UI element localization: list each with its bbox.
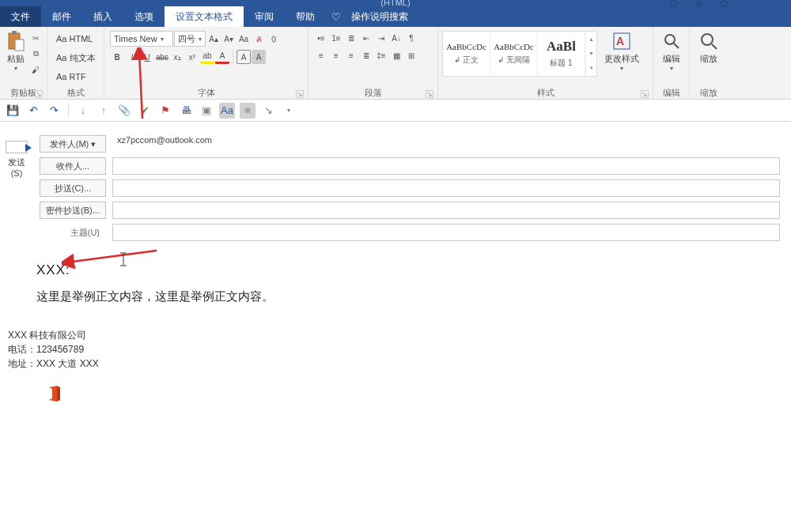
list-icon[interactable]: ≡ [240,103,255,119]
print-icon[interactable]: 🖶 [178,103,194,119]
cc-button[interactable]: 抄送(C)... [40,179,106,197]
quick-access-toolbar: 💾 ↶ ↷ ↓ ↑ 📎 ✔ ⚑ 🖶 ▣ Aa ≡ ↘ ▾ [0,100,791,122]
styles-more-button[interactable]: ▲▼▾ [585,32,596,76]
check-icon[interactable]: ✔ [137,103,153,119]
format-html[interactable]: Aa HTML [53,31,99,47]
increase-indent-button[interactable]: ⇥ [374,31,388,45]
group-title-paragraph: 段落↘ [312,87,433,98]
grow-font-button[interactable]: A▴ [206,32,221,46]
phonetic-button[interactable]: ⦅⦆ [267,32,281,46]
format-painter-button[interactable]: 🖌 [28,62,43,77]
superscript-button[interactable]: x² [185,50,199,64]
from-button[interactable]: 发件人(M) ▾ [40,135,106,153]
subscript-button[interactable]: x₂ [170,50,184,64]
char-border-button[interactable]: A [237,50,251,64]
from-value: xz7pccom@outlook.com [112,135,780,153]
edit-button[interactable]: 编辑 ▾ [657,29,685,72]
show-marks-button[interactable]: ¶ [404,31,418,45]
case-icon[interactable]: Aa [219,103,235,119]
line-spacing-button[interactable]: ‡≡ [374,48,388,62]
change-case-button[interactable]: Aa [237,32,251,46]
cut-button[interactable]: ✂ [28,31,43,45]
subject-input[interactable] [112,224,780,241]
italic-button[interactable]: I [125,50,139,64]
brush-icon[interactable]: ↘ [260,103,276,119]
image-icon[interactable]: ▣ [199,103,214,119]
style-heading1[interactable]: AaBl标题 1 [538,32,585,76]
style-nospacing[interactable]: AaBbCcDc↲ 无间隔 [490,32,538,76]
tell-me-search[interactable]: 操作说明搜索 [343,6,416,27]
shrink-font-button[interactable]: A▾ [221,32,236,46]
ribbon: 粘贴 ▾ ✂ ⧉ 🖌 剪贴板↘ Aa HTML Aa 纯文本 Aa RTF 格式… [0,27,791,100]
signature-block[interactable]: XXX 科技有限公司 电话：123456789 地址：XXX 大道 XXX [0,312,791,371]
format-rtf[interactable]: Aa RTF [53,69,99,85]
tab-help[interactable]: 帮助 [285,6,326,27]
sig-address: 地址：XXX 大道 XXX [8,357,783,371]
tab-insert[interactable]: 插入 [82,6,123,27]
font-size-select[interactable]: 四号▾ [174,31,206,47]
shading-button[interactable]: ▦ [389,48,403,62]
multilevel-button[interactable]: ≣ [344,31,358,45]
office-logo-icon [46,385,791,402]
decrease-indent-button[interactable]: ⇤ [359,31,373,45]
align-left-button[interactable]: ≡ [314,48,328,62]
numbering-button[interactable]: 1≡ [329,31,343,45]
font-color-button[interactable]: A [215,50,229,64]
bcc-input[interactable] [112,202,780,219]
copy-button[interactable]: ⧉ [28,47,43,61]
title-bar: (HTML) ✿ ❀ ✿ [0,0,791,6]
dialog-launcher-icon[interactable]: ↘ [296,90,304,98]
qat-dropdown-icon[interactable]: ▾ [281,103,297,119]
previous-icon[interactable]: ↓ [75,103,91,119]
undo-icon[interactable]: ↶ [25,103,41,119]
to-input[interactable] [112,157,780,175]
body-paragraph[interactable]: 这里是举例正文内容，这里是举例正文内容。 [36,289,763,304]
text-highlight-button[interactable]: ab [200,50,214,64]
align-center-button[interactable]: ≡ [329,48,343,62]
tab-file[interactable]: 文件 [0,6,41,27]
bcc-button[interactable]: 密件抄送(B)... [40,202,106,219]
greeting-line[interactable]: XXX: [36,262,763,278]
send-button[interactable]: 发送(S) [3,133,30,243]
dialog-launcher-icon[interactable]: ↘ [35,90,43,98]
style-normal[interactable]: AaBbCcDc↲ 正文 [443,32,490,76]
svg-line-6 [674,43,679,48]
styles-gallery[interactable]: AaBbCcDc↲ 正文 AaBbCcDc↲ 无间隔 AaBl标题 1 ▲▼▾ [442,31,597,77]
window-title: (HTML) [380,0,410,7]
align-right-button[interactable]: ≡ [344,48,358,62]
format-plain[interactable]: Aa 纯文本 [53,50,99,66]
sort-button[interactable]: A↓ [389,31,403,45]
tab-mail[interactable]: 邮件 [41,6,82,27]
bold-button[interactable]: B [110,50,124,64]
redo-icon[interactable]: ↷ [46,103,62,119]
send-icon [6,141,28,153]
next-icon[interactable]: ↑ [96,103,112,119]
tab-format-text[interactable]: 设置文本格式 [165,6,244,27]
paste-icon [6,31,26,51]
change-styles-button[interactable]: A 更改样式 ▾ [602,29,642,72]
strike-button[interactable]: abc [155,50,169,64]
group-title-styles: 样式↘ [442,87,649,98]
underline-button[interactable]: U [140,50,154,64]
tab-review[interactable]: 审阅 [244,6,285,27]
clear-format-button[interactable]: A̷ [252,32,266,46]
bullets-button[interactable]: •≡ [314,31,328,45]
char-shading-button[interactable]: A [252,50,266,64]
zoom-button[interactable]: 缩放 [694,29,724,65]
subject-label: 主题(U) [40,227,106,239]
save-icon[interactable]: 💾 [5,103,21,119]
cc-input[interactable] [112,179,780,197]
justify-button[interactable]: ≣ [359,48,373,62]
to-button[interactable]: 收件人... [40,157,106,175]
mail-body[interactable]: XXX: 这里是举例正文内容，这里是举例正文内容。 [0,243,791,312]
dialog-launcher-icon[interactable]: ↘ [641,90,649,98]
svg-rect-2 [15,40,24,51]
dialog-launcher-icon[interactable]: ↘ [426,90,433,98]
borders-button[interactable]: ⊞ [404,48,418,62]
paste-button[interactable]: 粘贴 ▾ [4,29,27,72]
group-paragraph: •≡ 1≡ ≣ ⇤ ⇥ A↓ ¶ ≡ ≡ ≡ ≣ ‡≡ ▦ ⊞ 段落↘ [308,27,438,99]
font-name-select[interactable]: Times New▾ [110,31,173,47]
flag-icon[interactable]: ⚑ [157,103,173,119]
tab-options[interactable]: 选项 [123,6,165,27]
attach-icon[interactable]: 📎 [116,103,132,119]
